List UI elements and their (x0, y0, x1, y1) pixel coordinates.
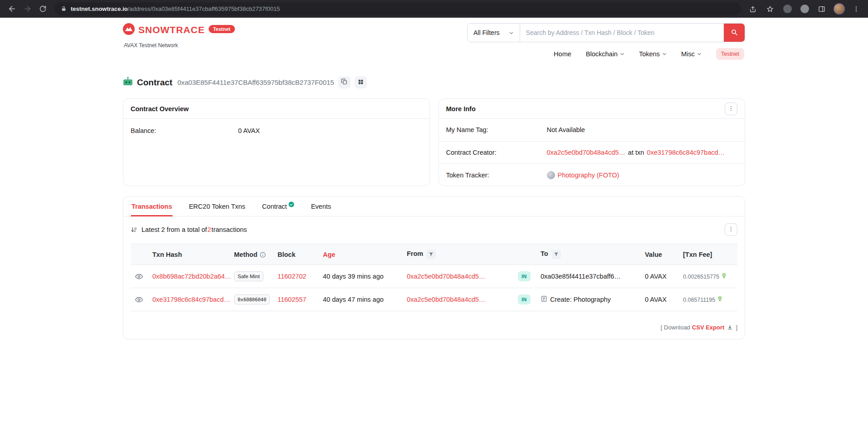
search-icon (731, 29, 738, 37)
csv-export-link[interactable]: CSV Export (692, 324, 725, 331)
contract-robot-icon (123, 77, 133, 88)
copy-icon (341, 79, 347, 86)
tab-events[interactable]: Events (310, 196, 332, 216)
share-icon[interactable] (746, 2, 760, 16)
to-filter-icon[interactable] (551, 250, 561, 259)
chevron-down-icon (697, 52, 702, 56)
download-bracket-text: ] (736, 324, 737, 331)
table-header-row: Txn Hash Method Block Age From To Value … (131, 244, 737, 265)
brand-testnet-badge: Testnet (209, 25, 235, 33)
token-tracker-label: Token Tracker: (446, 172, 547, 179)
block-link[interactable]: 11602702 (278, 273, 306, 280)
creator-label: Contract Creator: (446, 149, 547, 156)
csv-export-row: [ Download CSV Export ] (131, 324, 737, 331)
name-tag-row: My Name Tag: Not Available (439, 119, 745, 142)
method-badge[interactable]: 0x60806040 (234, 294, 270, 304)
col-method: Method (230, 244, 274, 265)
direction-badge: IN (518, 271, 531, 281)
name-tag-label: My Name Tag: (446, 126, 547, 133)
preview-eye-icon[interactable] (134, 295, 144, 304)
page-title-row: Contract 0xa03E85F4411e37CBAff635975bf38… (123, 76, 745, 88)
forward-icon[interactable] (20, 2, 34, 16)
network-switch-button[interactable]: Testnet (716, 48, 744, 60)
from-address-link[interactable]: 0xa2c5e0bd70b48a4cd5… (407, 273, 485, 280)
method-badge[interactable]: Safe Mint (234, 271, 263, 281)
info-icon[interactable] (260, 252, 266, 258)
preview-eye-icon[interactable] (134, 272, 144, 281)
tab-transactions[interactable]: Transactions (131, 196, 173, 216)
contract-creator-row: Contract Creator: 0xa2c5e0bd70b48a4cd5… … (439, 142, 745, 164)
copy-address-button[interactable] (338, 76, 351, 88)
contract-overview-card: Contract Overview Balance: 0 AVAX (123, 98, 430, 186)
lock-icon (61, 6, 67, 12)
from-filter-icon[interactable] (426, 250, 436, 259)
age-text: 40 days 47 mins ago (323, 296, 384, 303)
more-info-menu-button[interactable] (725, 103, 737, 115)
tab-contract[interactable]: Contract (261, 196, 295, 216)
extension-icon-2[interactable] (797, 2, 812, 16)
value-text: 0 AVAX (645, 296, 667, 303)
page-title: Contract (137, 78, 172, 88)
col-age[interactable]: Age (319, 244, 403, 265)
gas-bulb-icon[interactable] (717, 296, 723, 303)
tab-erc20-token-txns[interactable]: ERC20 Token Txns (188, 196, 246, 216)
nav-misc[interactable]: Misc (681, 50, 702, 58)
token-logo-icon (547, 171, 555, 179)
to-address-text: 0xa03e85f4411e37cbaff6… (541, 273, 621, 280)
token-tracker-link[interactable]: Photography (FOTO) (558, 172, 619, 179)
token-tracker-row: Token Tracker: Photography (FOTO) (439, 164, 745, 186)
search-button[interactable] (724, 24, 745, 42)
age-text: 40 days 39 mins ago (323, 273, 384, 280)
nav-tokens[interactable]: Tokens (639, 50, 667, 58)
col-to: To (537, 244, 641, 265)
side-panel-icon[interactable] (814, 2, 829, 16)
txn-hash-link[interactable]: 0xe31798c6c84c97bacd… (152, 296, 230, 303)
snowtrace-logo[interactable]: SNOWTRACE Testnet (123, 23, 235, 37)
brand-name: SNOWTRACE (138, 25, 205, 35)
extension-icon-1[interactable] (780, 2, 795, 16)
download-bracket-text: [ Download (661, 324, 690, 331)
from-address-link[interactable]: 0xa2c5e0bd70b48a4cd5… (407, 296, 485, 303)
col-value: Value (641, 244, 679, 265)
chevron-down-icon (620, 52, 624, 56)
grid-icon (358, 79, 364, 86)
bookmark-star-icon[interactable] (763, 2, 777, 16)
transactions-panel: Transactions ERC20 Token Txns Contract E… (123, 196, 745, 339)
all-filters-dropdown[interactable]: All Filters (468, 24, 520, 42)
more-info-card: More Info My Name Tag: Not Available Con… (439, 98, 746, 186)
reload-icon[interactable] (35, 2, 50, 16)
url-text: testnet.snowtrace.io/address/0xa03e85f44… (71, 5, 280, 12)
creator-address-link[interactable]: 0xa2c5e0bd70b48a4cd5… (547, 149, 625, 156)
browser-menu-icon[interactable] (849, 2, 863, 16)
url-bar[interactable]: testnet.snowtrace.io/address/0xa03e85f44… (54, 2, 741, 15)
sort-icon[interactable] (131, 226, 137, 233)
block-link[interactable]: 11602557 (278, 296, 306, 303)
url-path: /address/0xa03e85f4411e37cbaff635975bf38… (128, 5, 280, 12)
apps-grid-button[interactable] (355, 76, 367, 88)
creator-txn-link[interactable]: 0xe31798c6c84c97bacd… (647, 149, 725, 156)
chevron-down-icon (509, 30, 514, 35)
chevron-down-icon (662, 52, 667, 56)
txn-hash-link[interactable]: 0x8b698ac72bd20b2a64… (152, 273, 230, 280)
profile-avatar[interactable] (832, 2, 846, 16)
verified-check-icon (288, 201, 294, 207)
direction-badge: IN (518, 294, 531, 304)
nav-home[interactable]: Home (554, 50, 571, 58)
more-info-card-title: More Info (446, 105, 476, 113)
col-txn-fee: [Txn Fee] (679, 244, 737, 265)
site-header: SNOWTRACE Testnet AVAX Testnet Network A… (0, 18, 868, 66)
balance-value: 0 AVAX (238, 127, 260, 134)
contract-address: 0xa03E85F4411e37CBAff635975bf38cB2737F00… (177, 79, 334, 86)
gas-bulb-icon[interactable] (721, 273, 727, 280)
overview-card-title: Contract Overview (131, 105, 189, 113)
nav-blockchain[interactable]: Blockchain (586, 50, 624, 58)
creator-connector-text: at txn (628, 149, 644, 156)
main-nav: Home Blockchain Tokens Misc Testnet (554, 48, 745, 60)
search-bar: All Filters (467, 23, 745, 42)
back-icon[interactable] (5, 2, 19, 16)
search-input[interactable] (520, 24, 724, 42)
table-options-button[interactable] (725, 223, 737, 236)
contract-doc-icon (541, 295, 547, 304)
download-icon (727, 324, 733, 330)
value-text: 0 AVAX (645, 273, 667, 280)
